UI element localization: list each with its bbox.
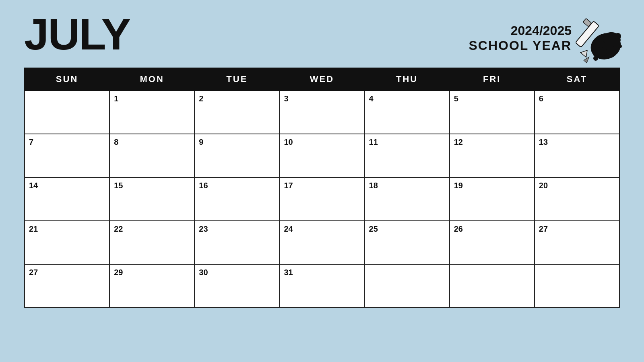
- calendar-day-cell: 25: [365, 221, 450, 264]
- calendar-day-cell: 27: [25, 264, 109, 308]
- svg-point-5: [618, 44, 622, 48]
- calendar-week-row: 21222324252627: [25, 221, 619, 264]
- calendar-day-cell: 16: [194, 177, 279, 221]
- calendar-day-cell: 2: [194, 90, 279, 134]
- pen-icon: [576, 16, 620, 60]
- calendar-day-cell: [365, 264, 450, 308]
- school-year-label: SCHOOL YEAR: [469, 38, 572, 53]
- calendar-day-cell: 5: [450, 90, 535, 134]
- calendar-week-row: 27293031: [25, 264, 619, 308]
- day-sun: SUN: [25, 68, 109, 90]
- calendar-day-cell: 8: [109, 134, 194, 177]
- calendar-day-cell: 27: [535, 221, 619, 264]
- day-wed: WED: [279, 68, 364, 90]
- month-title: JULY: [24, 12, 130, 56]
- calendar-day-cell: [25, 90, 109, 134]
- calendar-week-row: 78910111213: [25, 134, 619, 177]
- calendar-day-cell: 24: [279, 221, 364, 264]
- header: JULY 2024/2025 SCHOOL YEAR: [24, 12, 620, 60]
- calendar-day-cell: 4: [365, 90, 450, 134]
- calendar-day-cell: 11: [365, 134, 450, 177]
- calendar-day-cell: 3: [279, 90, 364, 134]
- day-fri: FRI: [450, 68, 535, 90]
- calendar-week-row: 123456: [25, 90, 619, 134]
- calendar-header: SUN MON TUE WED THU FRI SAT: [25, 68, 619, 90]
- calendar-day-cell: [450, 264, 535, 308]
- calendar-day-cell: 17: [279, 177, 364, 221]
- calendar-table: SUN MON TUE WED THU FRI SAT 123456789101…: [24, 68, 620, 308]
- day-mon: MON: [109, 68, 194, 90]
- calendar-day-cell: 12: [450, 134, 535, 177]
- calendar-day-cell: 31: [279, 264, 364, 308]
- svg-point-4: [593, 56, 598, 61]
- calendar-day-cell: 10: [279, 134, 364, 177]
- calendar-day-cell: 22: [109, 221, 194, 264]
- calendar-body: 1234567891011121314151617181920212223242…: [25, 90, 619, 308]
- calendar-day-cell: [535, 264, 619, 308]
- svg-marker-9: [584, 56, 590, 63]
- school-year-block: 2024/2025 SCHOOL YEAR: [469, 16, 620, 60]
- calendar-day-cell: 13: [535, 134, 619, 177]
- page: JULY 2024/2025 SCHOOL YEAR: [0, 0, 644, 362]
- svg-point-3: [615, 33, 621, 39]
- day-sat: SAT: [535, 68, 619, 90]
- calendar-day-cell: 18: [365, 177, 450, 221]
- calendar-day-cell: 21: [25, 221, 109, 264]
- calendar-day-cell: 1: [109, 90, 194, 134]
- calendar-day-cell: 6: [535, 90, 619, 134]
- calendar-day-cell: 30: [194, 264, 279, 308]
- calendar-day-cell: 15: [109, 177, 194, 221]
- calendar-day-cell: 14: [25, 177, 109, 221]
- calendar-day-cell: 19: [450, 177, 535, 221]
- calendar-week-row: 14151617181920: [25, 177, 619, 221]
- day-tue: TUE: [194, 68, 279, 90]
- calendar-day-cell: 26: [450, 221, 535, 264]
- year-label: 2024/2025: [469, 23, 572, 38]
- day-thu: THU: [365, 68, 450, 90]
- calendar-day-cell: 9: [194, 134, 279, 177]
- days-header-row: SUN MON TUE WED THU FRI SAT: [25, 68, 619, 90]
- calendar-day-cell: 7: [25, 134, 109, 177]
- calendar-day-cell: 20: [535, 177, 619, 221]
- calendar-day-cell: 23: [194, 221, 279, 264]
- calendar-day-cell: 29: [109, 264, 194, 308]
- school-year-text: 2024/2025 SCHOOL YEAR: [469, 23, 572, 53]
- svg-marker-7: [580, 48, 590, 57]
